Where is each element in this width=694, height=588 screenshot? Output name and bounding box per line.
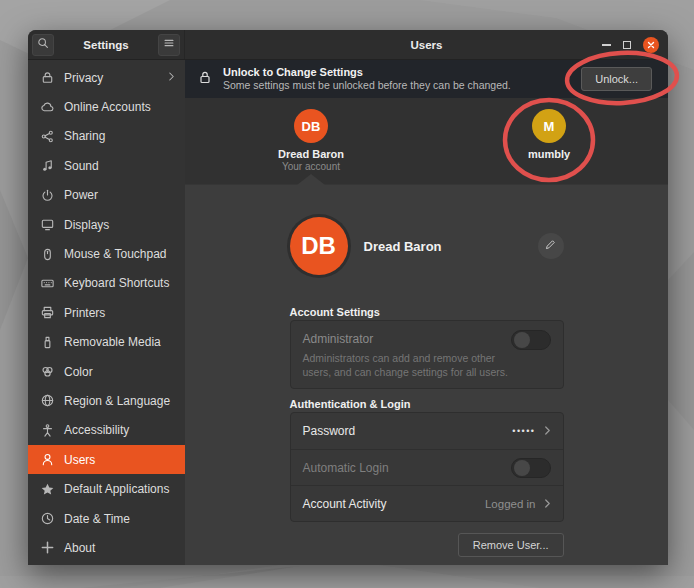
share-icon — [39, 128, 55, 144]
sidebar-item-label: Keyboard Shortcuts — [64, 276, 169, 290]
user-name: Dread Baron — [251, 148, 371, 160]
sidebar-item-displays[interactable]: Displays — [28, 210, 185, 239]
lock-icon — [197, 69, 213, 89]
users-icon — [39, 452, 55, 468]
automatic-login-row: Automatic Login — [291, 449, 563, 485]
sidebar-item-label: Default Applications — [64, 482, 169, 496]
sidebar-title: Settings — [83, 39, 128, 51]
avatar-initials: M — [544, 119, 555, 134]
titlebar: Settings Users — [28, 30, 668, 60]
sidebar-item-privacy[interactable]: Privacy — [28, 63, 185, 92]
sidebar-item-printers[interactable]: Printers — [28, 298, 185, 327]
sidebar-item-label: Printers — [64, 306, 105, 320]
lock-icon — [39, 70, 55, 86]
account-settings-card: Administrator Administrators can add and… — [290, 320, 564, 389]
unlock-banner-subtitle: Some settings must be unlocked before th… — [223, 79, 511, 92]
star-icon — [39, 481, 55, 497]
user-switcher-mumbly[interactable]: M mumbly — [489, 109, 609, 160]
sidebar-item-power[interactable]: Power — [28, 181, 185, 210]
account-activity-value: Logged in — [485, 498, 536, 510]
administrator-toggle[interactable] — [511, 330, 551, 350]
sidebar-item-removable-media[interactable]: Removable Media — [28, 328, 185, 357]
printer-icon — [39, 305, 55, 321]
sidebar-item-region-language[interactable]: Region & Language — [28, 386, 185, 415]
window-title: Users — [411, 39, 443, 51]
user-switcher: DB Dread Baron Your account M mumbly — [185, 98, 668, 185]
auth-login-header: Authentication & Login — [290, 398, 411, 410]
sidebar-item-label: Sound — [64, 159, 99, 173]
sidebar-item-label: Power — [64, 188, 98, 202]
sidebar-item-sound[interactable]: Sound — [28, 151, 185, 180]
settings-window: Settings Users Privacy — [28, 30, 668, 565]
user-name: mumbly — [489, 148, 609, 160]
password-row[interactable]: Password ••••• — [291, 413, 563, 449]
chevron-right-icon — [168, 71, 175, 85]
close-button[interactable] — [643, 37, 659, 53]
avatar: DB — [294, 109, 328, 143]
sidebar-item-sharing[interactable]: Sharing — [28, 122, 185, 151]
maximize-button[interactable] — [623, 41, 631, 49]
power-icon — [39, 187, 55, 203]
sidebar-item-keyboard-shortcuts[interactable]: Keyboard Shortcuts — [28, 269, 185, 298]
color-icon — [39, 364, 55, 380]
pencil-icon — [544, 237, 557, 255]
selected-user-pointer — [297, 174, 325, 185]
sidebar-item-label: Sharing — [64, 129, 105, 143]
chevron-right-icon — [544, 422, 551, 440]
sidebar-item-users[interactable]: Users — [28, 445, 185, 474]
sidebar: Privacy Online Accounts Sharing Sound Po… — [28, 60, 185, 565]
usb-drive-icon — [39, 334, 55, 350]
sidebar-item-mouse-touchpad[interactable]: Mouse & Touchpad — [28, 239, 185, 268]
automatic-login-label: Automatic Login — [303, 461, 389, 475]
sidebar-item-label: Removable Media — [64, 335, 161, 349]
hamburger-icon — [162, 36, 176, 54]
unlock-banner-title: Unlock to Change Settings — [223, 66, 511, 80]
sidebar-item-label: Privacy — [64, 71, 103, 85]
minimize-button[interactable] — [602, 44, 611, 46]
automatic-login-toggle[interactable] — [511, 458, 551, 478]
unlock-banner: Unlock to Change Settings Some settings … — [185, 60, 668, 98]
administrator-description: Administrators can add and remove other … — [303, 352, 521, 379]
chevron-right-icon — [544, 495, 551, 513]
unlock-button[interactable]: Unlock... — [581, 67, 652, 91]
clock-icon — [39, 511, 55, 527]
avatar-initials: DB — [301, 232, 336, 260]
sidebar-item-about[interactable]: About — [28, 533, 185, 562]
sidebar-item-label: Displays — [64, 218, 109, 232]
sound-icon — [39, 158, 55, 174]
sidebar-item-default-applications[interactable]: Default Applications — [28, 474, 185, 503]
account-activity-label: Account Activity — [303, 497, 387, 511]
avatar-initials: DB — [302, 119, 321, 134]
display-icon — [39, 217, 55, 233]
user-switcher-dread-baron[interactable]: DB Dread Baron Your account — [251, 109, 371, 172]
edit-name-button[interactable] — [538, 233, 564, 259]
sidebar-item-accessibility[interactable]: Accessibility — [28, 416, 185, 445]
menu-button[interactable] — [158, 34, 180, 56]
auth-login-card: Password ••••• Automatic Login — [290, 412, 564, 522]
sidebar-item-label: Online Accounts — [64, 100, 151, 114]
mouse-icon — [39, 246, 55, 262]
account-activity-row[interactable]: Account Activity Logged in — [291, 485, 563, 521]
about-icon — [39, 540, 55, 556]
sidebar-item-label: Color — [64, 365, 93, 379]
account-settings-header: Account Settings — [290, 306, 380, 318]
profile-name: Dread Baron — [364, 239, 442, 254]
search-button[interactable] — [32, 34, 54, 56]
sidebar-item-date-time[interactable]: Date & Time — [28, 504, 185, 533]
password-label: Password — [303, 424, 356, 438]
accessibility-icon — [39, 422, 55, 438]
avatar: M — [532, 109, 566, 143]
user-detail: DB Dread Baron Account Settings Administ… — [185, 185, 668, 565]
user-subtitle: Your account — [251, 161, 371, 172]
sidebar-item-color[interactable]: Color — [28, 357, 185, 386]
cloud-icon — [39, 99, 55, 115]
password-value: ••••• — [512, 426, 535, 436]
profile-avatar[interactable]: DB — [290, 217, 348, 275]
sidebar-item-label: Mouse & Touchpad — [64, 247, 167, 261]
sidebar-item-label: Accessibility — [64, 423, 129, 437]
users-panel: Unlock to Change Settings Some settings … — [185, 60, 668, 565]
remove-user-button[interactable]: Remove User... — [458, 533, 564, 557]
sidebar-item-online-accounts[interactable]: Online Accounts — [28, 92, 185, 121]
sidebar-item-label: Date & Time — [64, 512, 130, 526]
search-icon — [36, 36, 50, 54]
